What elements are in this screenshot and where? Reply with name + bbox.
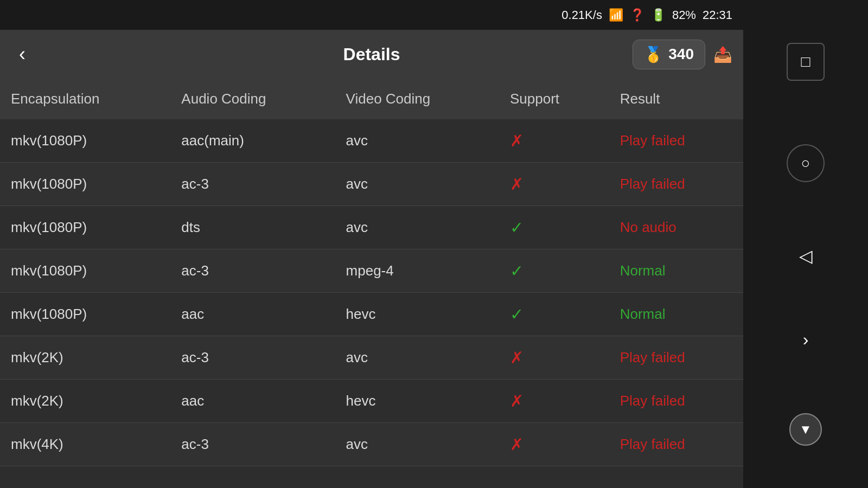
clock: 22:31	[703, 8, 732, 22]
cell-result: Play failed	[609, 336, 743, 380]
table-row: mkv(1080P)dtsavc✓No audio	[0, 206, 743, 249]
cell-encapsulation: mkv(2K)	[0, 380, 170, 423]
cell-audio-coding: dts	[170, 206, 335, 249]
check-icon: ✓	[510, 305, 524, 323]
cell-result: Play failed	[609, 380, 743, 423]
table-row: mkv(1080P)ac-3avc✗Play failed	[0, 163, 743, 206]
battery-percent: 82%	[672, 8, 696, 22]
cell-result: Normal	[609, 249, 743, 293]
col-support: Support	[499, 79, 609, 119]
cell-encapsulation: mkv(2K)	[0, 336, 170, 380]
status-bar: 0.21K/s 📶 ❓ 🔋 82% 22:31	[0, 0, 743, 30]
cell-audio-coding: ac-3	[170, 163, 335, 206]
cell-result: No audio	[609, 206, 743, 249]
cell-video-coding: mpeg-4	[335, 249, 499, 293]
col-video-coding: Video Coding	[335, 79, 499, 119]
cell-encapsulation: mkv(1080P)	[0, 163, 170, 206]
scroll-down-button[interactable]: ▼	[789, 413, 822, 446]
score-number: 340	[668, 46, 694, 63]
cell-encapsulation: mkv(1080P)	[0, 293, 170, 336]
share-button[interactable]: 📤	[713, 46, 732, 63]
cell-encapsulation: mkv(4K)	[0, 423, 170, 466]
cross-icon: ✗	[510, 435, 524, 453]
cell-result: Play failed	[609, 163, 743, 206]
cell-video-coding: avc	[335, 163, 499, 206]
table-row: mkv(2K)ac-3avc✗Play failed	[0, 336, 743, 380]
forward-nav-button[interactable]: ›	[803, 330, 809, 350]
table-header-row: Encapsulation Audio Coding Video Coding …	[0, 79, 743, 119]
square-button[interactable]: □	[787, 43, 825, 81]
col-audio-coding: Audio Coding	[170, 79, 335, 119]
cell-encapsulation: mkv(1080P)	[0, 206, 170, 249]
wifi-icon: 📶	[609, 8, 623, 22]
medal-icon: 🥇	[644, 46, 663, 63]
check-icon: ✓	[510, 219, 524, 236]
cell-support: ✓	[499, 206, 609, 249]
cross-icon: ✗	[510, 175, 524, 193]
cell-audio-coding: ac-3	[170, 336, 335, 380]
details-table: Encapsulation Audio Coding Video Coding …	[0, 79, 743, 466]
cross-icon: ✗	[510, 132, 524, 150]
circle-button[interactable]: ○	[787, 144, 825, 182]
back-button[interactable]: ‹	[11, 40, 34, 68]
table-row: mkv(4K)ac-3avc✗Play failed	[0, 423, 743, 466]
cell-audio-coding: ac-3	[170, 423, 335, 466]
cell-support: ✗	[499, 423, 609, 466]
question-icon: ❓	[630, 8, 644, 22]
table-row: mkv(1080P)ac-3mpeg-4✓Normal	[0, 249, 743, 293]
cell-support: ✗	[499, 119, 609, 163]
cell-support: ✗	[499, 163, 609, 206]
cell-result: Play failed	[609, 423, 743, 466]
battery-icon: 🔋	[651, 8, 666, 22]
cell-result: Play failed	[609, 119, 743, 163]
cell-video-coding: hevc	[335, 380, 499, 423]
main-content: 0.21K/s 📶 ❓ 🔋 82% 22:31 ‹ Details 🥇 340 …	[0, 0, 743, 488]
score-badge: 🥇 340	[633, 40, 705, 69]
cell-result: Normal	[609, 293, 743, 336]
cell-audio-coding: aac	[170, 380, 335, 423]
table-row: mkv(2K)aachevc✗Play failed	[0, 380, 743, 423]
back-nav-button[interactable]: ◁	[799, 246, 813, 266]
cell-support: ✓	[499, 249, 609, 293]
cell-video-coding: hevc	[335, 293, 499, 336]
header: ‹ Details 🥇 340 📤	[0, 30, 743, 79]
cell-audio-coding: ac-3	[170, 249, 335, 293]
network-speed: 0.21K/s	[561, 8, 602, 22]
cell-encapsulation: mkv(1080P)	[0, 249, 170, 293]
cell-audio-coding: aac	[170, 293, 335, 336]
col-encapsulation: Encapsulation	[0, 79, 170, 119]
header-right: 🥇 340 📤	[633, 40, 732, 69]
cell-audio-coding: aac(main)	[170, 119, 335, 163]
cell-support: ✓	[499, 293, 609, 336]
check-icon: ✓	[510, 262, 524, 280]
cross-icon: ✗	[510, 392, 524, 410]
cross-icon: ✗	[510, 349, 524, 367]
cell-support: ✗	[499, 336, 609, 380]
cell-encapsulation: mkv(1080P)	[0, 119, 170, 163]
page-title: Details	[343, 44, 400, 65]
col-result: Result	[609, 79, 743, 119]
right-sidebar: □ ○ ◁ › ▼	[743, 0, 868, 488]
cell-support: ✗	[499, 380, 609, 423]
table-container: Encapsulation Audio Coding Video Coding …	[0, 79, 743, 488]
cell-video-coding: avc	[335, 423, 499, 466]
cell-video-coding: avc	[335, 119, 499, 163]
table-row: mkv(1080P)aachevc✓Normal	[0, 293, 743, 336]
cell-video-coding: avc	[335, 336, 499, 380]
cell-video-coding: avc	[335, 206, 499, 249]
table-row: mkv(1080P)aac(main)avc✗Play failed	[0, 119, 743, 163]
